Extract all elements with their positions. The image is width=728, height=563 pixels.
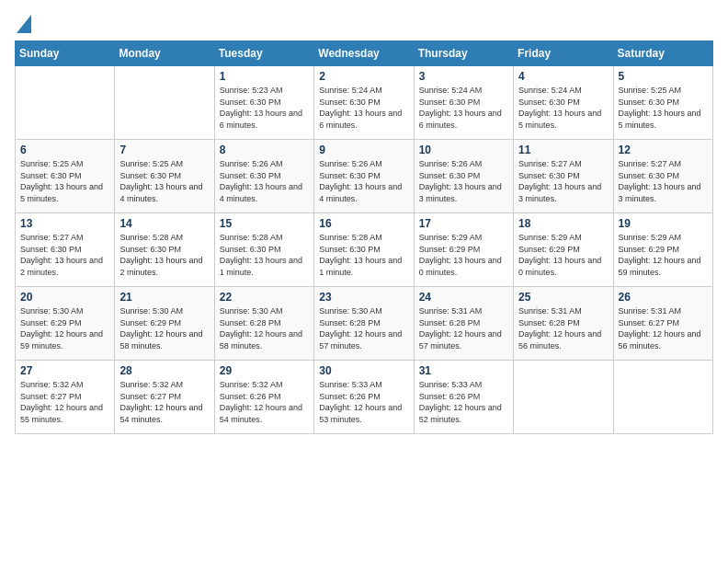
day-info: Sunrise: 5:30 AM Sunset: 6:29 PM Dayligh… — [119, 305, 209, 351]
day-info: Sunrise: 5:28 AM Sunset: 6:30 PM Dayligh… — [119, 232, 209, 278]
day-number: 7 — [119, 144, 209, 156]
calendar-cell: 25Sunrise: 5:31 AM Sunset: 6:28 PM Dayli… — [514, 287, 613, 361]
day-number: 5 — [619, 70, 708, 83]
day-number: 24 — [419, 291, 508, 304]
day-number: 10 — [419, 144, 508, 156]
day-number: 19 — [619, 217, 708, 230]
day-number: 29 — [220, 364, 309, 377]
calendar-cell: 21Sunrise: 5:30 AM Sunset: 6:29 PM Dayli… — [115, 287, 214, 361]
weekday-header: Saturday — [613, 41, 712, 66]
day-info: Sunrise: 5:32 AM Sunset: 6:27 PM Dayligh… — [119, 379, 209, 425]
calendar-cell: 31Sunrise: 5:33 AM Sunset: 6:26 PM Dayli… — [414, 361, 513, 434]
day-number: 13 — [20, 217, 109, 230]
page-header — [15, 15, 713, 33]
day-info: Sunrise: 5:27 AM Sunset: 6:30 PM Dayligh… — [619, 158, 708, 204]
day-number: 25 — [518, 291, 608, 304]
day-info: Sunrise: 5:31 AM Sunset: 6:28 PM Dayligh… — [419, 305, 508, 351]
weekday-header: Wednesday — [314, 41, 414, 66]
day-info: Sunrise: 5:24 AM Sunset: 6:30 PM Dayligh… — [518, 85, 608, 131]
calendar-cell: 22Sunrise: 5:30 AM Sunset: 6:28 PM Dayli… — [214, 287, 313, 361]
day-info: Sunrise: 5:26 AM Sunset: 6:30 PM Dayligh… — [319, 158, 408, 204]
day-info: Sunrise: 5:29 AM Sunset: 6:29 PM Dayligh… — [518, 232, 608, 278]
calendar-cell: 18Sunrise: 5:29 AM Sunset: 6:29 PM Dayli… — [514, 213, 613, 287]
calendar-cell: 2Sunrise: 5:24 AM Sunset: 6:30 PM Daylig… — [314, 66, 414, 140]
calendar-cell — [115, 66, 214, 140]
calendar-cell: 20Sunrise: 5:30 AM Sunset: 6:29 PM Dayli… — [16, 287, 115, 361]
day-info: Sunrise: 5:25 AM Sunset: 6:30 PM Dayligh… — [20, 158, 109, 204]
day-number: 15 — [220, 217, 309, 230]
calendar-cell: 24Sunrise: 5:31 AM Sunset: 6:28 PM Dayli… — [414, 287, 513, 361]
day-number: 1 — [220, 70, 309, 83]
calendar-cell: 11Sunrise: 5:27 AM Sunset: 6:30 PM Dayli… — [514, 140, 613, 213]
day-number: 12 — [619, 144, 708, 156]
calendar-header: SundayMondayTuesdayWednesdayThursdayFrid… — [16, 41, 713, 66]
calendar-cell: 26Sunrise: 5:31 AM Sunset: 6:27 PM Dayli… — [613, 287, 712, 361]
day-number: 23 — [319, 291, 408, 304]
day-info: Sunrise: 5:28 AM Sunset: 6:30 PM Dayligh… — [220, 232, 309, 278]
day-number: 14 — [119, 217, 209, 230]
weekday-header: Thursday — [414, 41, 513, 66]
day-info: Sunrise: 5:27 AM Sunset: 6:30 PM Dayligh… — [20, 232, 109, 278]
calendar-cell: 10Sunrise: 5:26 AM Sunset: 6:30 PM Dayli… — [414, 140, 513, 213]
calendar-cell: 14Sunrise: 5:28 AM Sunset: 6:30 PM Dayli… — [115, 213, 214, 287]
day-info: Sunrise: 5:30 AM Sunset: 6:28 PM Dayligh… — [319, 305, 408, 351]
day-info: Sunrise: 5:24 AM Sunset: 6:30 PM Dayligh… — [419, 85, 508, 131]
calendar-cell: 13Sunrise: 5:27 AM Sunset: 6:30 PM Dayli… — [16, 213, 115, 287]
day-info: Sunrise: 5:30 AM Sunset: 6:29 PM Dayligh… — [20, 305, 109, 351]
day-number: 8 — [220, 144, 309, 156]
calendar-table: SundayMondayTuesdayWednesdayThursdayFrid… — [15, 40, 713, 434]
calendar-cell: 5Sunrise: 5:25 AM Sunset: 6:30 PM Daylig… — [613, 66, 712, 140]
calendar-cell: 23Sunrise: 5:30 AM Sunset: 6:28 PM Dayli… — [314, 287, 414, 361]
day-info: Sunrise: 5:23 AM Sunset: 6:30 PM Dayligh… — [220, 85, 309, 131]
day-info: Sunrise: 5:32 AM Sunset: 6:27 PM Dayligh… — [20, 379, 109, 425]
day-info: Sunrise: 5:25 AM Sunset: 6:30 PM Dayligh… — [119, 158, 209, 204]
day-info: Sunrise: 5:31 AM Sunset: 6:28 PM Dayligh… — [518, 305, 608, 351]
day-info: Sunrise: 5:32 AM Sunset: 6:26 PM Dayligh… — [220, 379, 309, 425]
day-number: 28 — [119, 364, 209, 377]
calendar-cell: 16Sunrise: 5:28 AM Sunset: 6:30 PM Dayli… — [314, 213, 414, 287]
calendar-cell: 19Sunrise: 5:29 AM Sunset: 6:29 PM Dayli… — [613, 213, 712, 287]
logo-triangle-icon — [17, 15, 31, 33]
day-info: Sunrise: 5:26 AM Sunset: 6:30 PM Dayligh… — [220, 158, 309, 204]
day-number: 31 — [419, 364, 508, 377]
calendar-cell: 8Sunrise: 5:26 AM Sunset: 6:30 PM Daylig… — [214, 140, 313, 213]
calendar-cell: 28Sunrise: 5:32 AM Sunset: 6:27 PM Dayli… — [115, 361, 214, 434]
day-number: 11 — [518, 144, 608, 156]
day-number: 17 — [419, 217, 508, 230]
calendar-cell: 17Sunrise: 5:29 AM Sunset: 6:29 PM Dayli… — [414, 213, 513, 287]
day-number: 30 — [319, 364, 408, 377]
day-number: 21 — [119, 291, 209, 304]
logo — [15, 15, 31, 33]
calendar-cell — [16, 66, 115, 140]
day-info: Sunrise: 5:25 AM Sunset: 6:30 PM Dayligh… — [619, 85, 708, 131]
calendar-cell: 12Sunrise: 5:27 AM Sunset: 6:30 PM Dayli… — [613, 140, 712, 213]
day-number: 26 — [619, 291, 708, 304]
calendar-cell: 30Sunrise: 5:33 AM Sunset: 6:26 PM Dayli… — [314, 361, 414, 434]
day-number: 27 — [20, 364, 109, 377]
calendar-cell: 4Sunrise: 5:24 AM Sunset: 6:30 PM Daylig… — [514, 66, 613, 140]
calendar-cell: 15Sunrise: 5:28 AM Sunset: 6:30 PM Dayli… — [214, 213, 313, 287]
calendar-cell: 6Sunrise: 5:25 AM Sunset: 6:30 PM Daylig… — [16, 140, 115, 213]
day-info: Sunrise: 5:24 AM Sunset: 6:30 PM Dayligh… — [319, 85, 408, 131]
day-number: 3 — [419, 70, 508, 83]
calendar-cell: 3Sunrise: 5:24 AM Sunset: 6:30 PM Daylig… — [414, 66, 513, 140]
calendar-cell: 29Sunrise: 5:32 AM Sunset: 6:26 PM Dayli… — [214, 361, 313, 434]
day-number: 9 — [319, 144, 408, 156]
calendar-cell — [613, 361, 712, 434]
day-number: 2 — [319, 70, 408, 83]
weekday-header: Friday — [514, 41, 613, 66]
day-info: Sunrise: 5:27 AM Sunset: 6:30 PM Dayligh… — [518, 158, 608, 204]
day-info: Sunrise: 5:29 AM Sunset: 6:29 PM Dayligh… — [419, 232, 508, 278]
day-info: Sunrise: 5:28 AM Sunset: 6:30 PM Dayligh… — [319, 232, 408, 278]
day-info: Sunrise: 5:33 AM Sunset: 6:26 PM Dayligh… — [419, 379, 508, 425]
calendar-cell: 1Sunrise: 5:23 AM Sunset: 6:30 PM Daylig… — [214, 66, 313, 140]
calendar-cell: 7Sunrise: 5:25 AM Sunset: 6:30 PM Daylig… — [115, 140, 214, 213]
day-info: Sunrise: 5:30 AM Sunset: 6:28 PM Dayligh… — [220, 305, 309, 351]
day-info: Sunrise: 5:26 AM Sunset: 6:30 PM Dayligh… — [419, 158, 508, 204]
day-number: 20 — [20, 291, 109, 304]
day-info: Sunrise: 5:31 AM Sunset: 6:27 PM Dayligh… — [619, 305, 708, 351]
day-number: 18 — [518, 217, 608, 230]
calendar-cell: 27Sunrise: 5:32 AM Sunset: 6:27 PM Dayli… — [16, 361, 115, 434]
day-number: 4 — [518, 70, 608, 83]
calendar-cell — [514, 361, 613, 434]
